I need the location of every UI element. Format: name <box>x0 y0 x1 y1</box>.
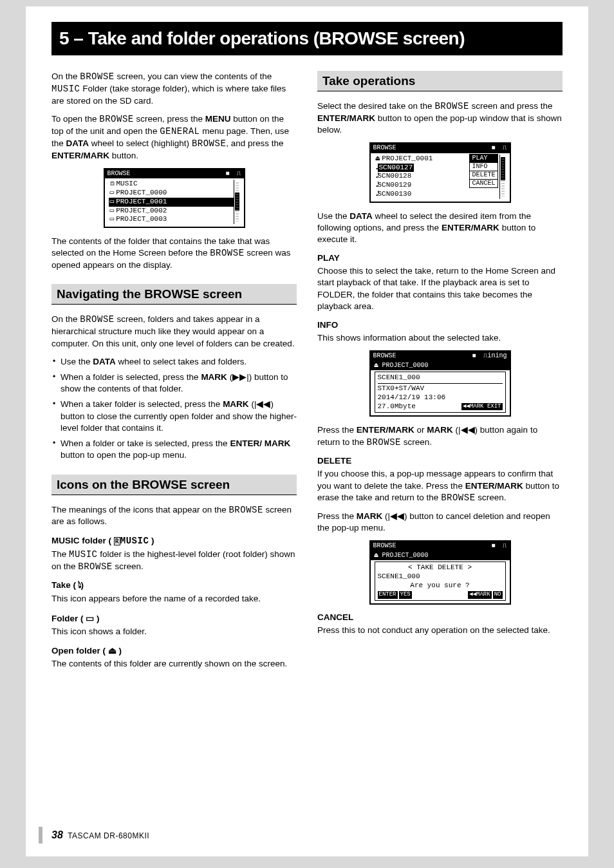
text: When a taker folder is selected, press t… <box>60 399 223 409</box>
info-p: This shows information about the selecte… <box>317 332 563 344</box>
lcd-row-root: ⧈MUSIC <box>109 180 234 189</box>
folder-icon-head: Folder ( ▭ ) <box>51 613 297 623</box>
lcd-confirm-box: < TAKE DELETE > SCENE1_000 Are you sure … <box>375 561 506 601</box>
section-navigating: Navigating the BROWSE screen <box>51 284 297 305</box>
text: PROJECT_0003 <box>116 215 167 224</box>
icons-p1: The meanings of the icons that appear on… <box>51 504 297 528</box>
lcd-scrollbar <box>499 155 506 199</box>
lcd-title-label: BROWSE <box>107 170 131 178</box>
bullet-3: When a taker folder is selected, press t… <box>51 399 297 434</box>
text: PROJECT_0002 <box>116 207 167 216</box>
text: On the <box>51 71 80 81</box>
folder-p: This icon shows a folder. <box>51 626 297 637</box>
lcd-parent-bar: ⏏ PROJECT_0000 <box>371 361 510 371</box>
skip-forward-icon: ▶▶| <box>232 372 249 382</box>
intro-p3: The contents of the folder that contains… <box>51 236 297 271</box>
delete-p2: Press the MARK (|◀◀) button to cancel de… <box>317 511 563 534</box>
kw-music: MUSIC <box>69 549 98 560</box>
lcd-info-box: SCENE1_000 STX0+ST/WAV 2014/12/19 13:06 … <box>375 372 506 413</box>
page-number: 38 <box>51 829 63 840</box>
text: SCN00127 <box>378 164 414 173</box>
stop-icon: ■ ⎍ <box>491 542 507 551</box>
text: MUSIC folder ( <box>51 536 114 545</box>
lcd-browse-folders: BROWSE ■ ⎍ ⧈MUSIC ▭PROJECT_0000 ▭PROJECT… <box>104 168 245 228</box>
delete-p1: If you choose this, a pop-up message app… <box>317 468 563 504</box>
left-column: On the BROWSE screen, you can view the c… <box>51 71 297 676</box>
bullet-1: Use the DATA wheel to select takes and f… <box>51 356 297 368</box>
text: , and press the <box>226 138 283 148</box>
kw-data: DATA <box>349 211 373 221</box>
lcd-row-folder-selected: ▭PROJECT_0001 <box>109 198 234 207</box>
section-take-ops: Take operations <box>317 71 563 91</box>
folder-icon: ▭ <box>110 189 115 198</box>
skip-back-icon: |◀◀ <box>254 399 271 409</box>
page-footer: 38 TASCAM DR-680MKII <box>51 829 149 841</box>
root-icon: R <box>114 537 120 545</box>
lcd-row-folder: ▭PROJECT_0003 <box>109 215 234 224</box>
kw-mark: MARK <box>427 425 453 435</box>
kw-enter-mark-slash: ENTER/ MARK <box>230 439 290 448</box>
kw-enter-mark: ENTER/MARK <box>442 223 499 232</box>
kw-browse: BROWSE <box>228 505 263 515</box>
text: screen. <box>401 437 432 447</box>
folder-icon: ▭ <box>110 215 115 224</box>
skip-back-icon: |◀◀ <box>388 511 405 521</box>
kw-browse: BROWSE <box>99 114 133 124</box>
stop-icon: ■ ⎍ <box>225 170 241 178</box>
popup-item-info: INFO <box>470 163 497 171</box>
kw-browse: BROWSE <box>367 437 401 448</box>
delete-head: DELETE <box>317 456 563 466</box>
lcd-row-folder: ▭PROJECT_0002 <box>109 207 234 216</box>
stop-icon: ■ ⎍ <box>491 144 507 153</box>
kw-browse: BROWSE <box>80 71 114 82</box>
right-column: Take operations Select the desired take … <box>317 71 563 676</box>
text: When a folder is selected, press the <box>60 372 201 382</box>
text: PROJECT_0001 <box>116 198 167 207</box>
kw-enter-mark: ENTER/MARK <box>317 113 375 123</box>
text: Press the <box>317 425 357 435</box>
kw-browse: BROWSE <box>441 493 475 503</box>
text: ) <box>149 536 154 545</box>
kw-mark: MARK <box>201 372 227 382</box>
kw-data: DATA <box>66 138 89 148</box>
text: ( <box>453 425 458 435</box>
music-p: The MUSIC folder is the highest-level fo… <box>51 549 297 573</box>
text: ( <box>249 399 254 409</box>
bullet-4: When a folder or take is selected, press… <box>51 438 297 461</box>
open-folder-head: Open folder ( ⏏ ) <box>51 645 297 656</box>
popup-item-delete: DELETE <box>470 171 497 180</box>
kw-enter-mark: ENTER/MARK <box>357 425 414 435</box>
section-icons: Icons on the BROWSE screen <box>51 475 297 495</box>
lcd-title-label: BROWSE <box>373 144 396 153</box>
cancel-head: CANCEL <box>317 612 563 622</box>
take-icon-head: Take ( 𝅘𝅥𝅮 ) <box>51 580 297 590</box>
take-p: This icon appears before the name of a r… <box>51 593 297 605</box>
text: PROJECT_0000 <box>116 189 167 198</box>
text: PROJECT_0000 <box>382 552 429 559</box>
music-folder-head: MUSIC folder ( RMUSIC ) <box>51 536 297 546</box>
text: wheel to select (highlight) <box>89 138 192 148</box>
intro-p1: On the BROWSE screen, you can view the c… <box>51 71 297 107</box>
text: The meanings of the icons that appear on… <box>51 505 228 514</box>
info-line: STX0+ST/WAV <box>378 384 503 393</box>
kw-browse: BROWSE <box>210 248 244 258</box>
root-icon: ⧈ <box>110 180 115 189</box>
intro-p2: To open the BROWSE screen, press the MEN… <box>51 113 297 162</box>
popup-item-cancel: CANCEL <box>470 180 497 187</box>
text: On the <box>51 314 80 324</box>
stop-icon: ■ ⎍ining <box>472 352 507 361</box>
kw-enter-mark: ENTER/MARK <box>51 151 109 160</box>
lcd-take-row: 𝅘𝅥𝅮SCN00130 <box>375 190 499 199</box>
text: Folder (take storage folder), which is w… <box>51 84 286 106</box>
text: PROJECT_0000 <box>382 362 429 369</box>
nav-bullets: Use the DATA wheel to select takes and f… <box>51 356 297 462</box>
kw-music: MUSIC <box>51 84 80 94</box>
text: To open the <box>51 114 99 124</box>
text: screen. <box>113 561 144 571</box>
text: ( <box>227 372 232 382</box>
product-name: TASCAM DR-680MKII <box>68 831 149 840</box>
text: screen, press the <box>134 114 205 124</box>
bullet-2: When a folder is selected, press the MAR… <box>51 372 297 395</box>
text: The <box>51 549 69 559</box>
text: wheel to select takes and folders. <box>116 357 247 366</box>
